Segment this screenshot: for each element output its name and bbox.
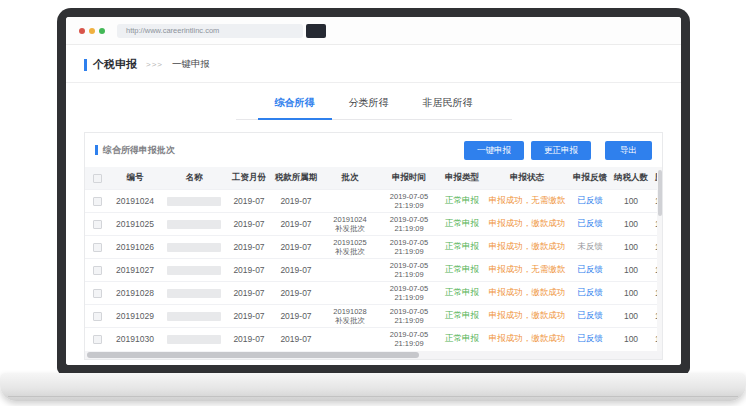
cell-declare-type: 正常申报: [439, 213, 485, 236]
cell-declare-time: 2019-07-0521:19:09: [379, 282, 439, 305]
cell-taxpayer-count: 100: [611, 236, 651, 259]
time-line: 2019-07-05: [381, 284, 437, 293]
cell-id: 20191028: [109, 282, 161, 305]
cell-declare-status: 申报成功，无需缴款: [485, 259, 569, 282]
page-content: 个税申报 >>> 一键申报 综合所得 分类所得 非居民所得 综合所得申报批次: [66, 45, 681, 365]
col-header-id: 编号: [109, 167, 161, 190]
cell-declare-type: 正常申报: [439, 328, 485, 351]
vertical-scrollbar[interactable]: [657, 167, 662, 351]
cell-salary-month: 2019-07: [227, 190, 271, 213]
url-bar[interactable]: http://www.careerintlinc.com: [117, 24, 303, 38]
col-header-declare-time: 申报时间: [379, 167, 439, 190]
cell-id: 20191026: [109, 236, 161, 259]
row-checkbox[interactable]: [93, 312, 102, 321]
laptop-base: [0, 373, 746, 401]
cell-salary-month: 2019-07: [227, 305, 271, 328]
vertical-scrollbar-thumb[interactable]: [658, 170, 662, 216]
row-checkbox[interactable]: [93, 220, 102, 229]
col-header-declare-status: 申报状态: [485, 167, 569, 190]
horizontal-scrollbar-thumb[interactable]: [87, 352, 419, 358]
time-line: 2019-07-05: [381, 192, 437, 201]
row-checkbox[interactable]: [93, 243, 102, 252]
select-all-checkbox[interactable]: [93, 174, 102, 183]
cell-batch: [321, 328, 379, 351]
cell-id: 20191024: [109, 190, 161, 213]
breadcrumb-separator: >>>: [146, 60, 163, 69]
cell-taxpayer-count: 100: [611, 213, 651, 236]
cell-batch: 20191024补发批次: [321, 213, 379, 236]
cell-tax-period: 2019-07: [271, 305, 321, 328]
traffic-light-zoom-button[interactable]: [99, 28, 105, 34]
tab-bar-inner: 综合所得 分类所得 非居民所得: [236, 87, 512, 120]
cell-feedback: 已反馈: [569, 259, 611, 282]
tab-bar: 综合所得 分类所得 非居民所得: [66, 87, 681, 120]
cell-tax-period: 2019-07: [271, 236, 321, 259]
cell-declare-type: 正常申报: [439, 236, 485, 259]
cell-tax-period: 2019-07: [271, 282, 321, 305]
cell-feedback: 已反馈: [569, 328, 611, 351]
browser-chrome: http://www.careerintlinc.com: [66, 17, 681, 45]
tab-nonresident-income[interactable]: 非居民所得: [406, 87, 490, 120]
cell-salary-month: 2019-07: [227, 213, 271, 236]
select-all-cell: [85, 167, 109, 190]
cell-declare-time: 2019-07-0521:19:09: [379, 259, 439, 282]
traffic-light-minimize-button[interactable]: [89, 28, 95, 34]
horizontal-scrollbar[interactable]: [85, 351, 662, 359]
time-line: 21:19:09: [381, 293, 437, 302]
col-header-salary-month: 工资月份: [227, 167, 271, 190]
laptop-bezel: http://www.careerintlinc.com 个税申报 >>> 一键…: [57, 8, 690, 374]
cell-feedback: 已反馈: [569, 282, 611, 305]
row-select-cell: [85, 236, 109, 259]
laptop-base-edge: [8, 396, 738, 397]
cell-declare-status: 申报成功，缴款成功: [485, 213, 569, 236]
stage: http://www.careerintlinc.com 个税申报 >>> 一键…: [0, 0, 746, 406]
cell-declare-type: 正常申报: [439, 305, 485, 328]
table-row: 20191027 2019-07 2019-07 2019-07-0521:19…: [85, 259, 662, 282]
row-select-cell: [85, 259, 109, 282]
page-header: 个税申报 >>> 一键申报: [66, 45, 681, 83]
correction-declare-button[interactable]: 更正申报: [531, 141, 591, 160]
time-line: 2019-07-05: [381, 215, 437, 224]
time-line: 21:19:09: [381, 270, 437, 279]
table-body: 20191024 2019-07 2019-07 2019-07-0521:19…: [85, 190, 662, 351]
batch-line: 补发批次: [323, 247, 377, 256]
cell-declare-time: 2019-07-0521:19:09: [379, 236, 439, 259]
redacted-name-placeholder: [167, 335, 221, 344]
row-checkbox[interactable]: [93, 197, 102, 206]
cell-batch: [321, 282, 379, 305]
row-checkbox[interactable]: [93, 266, 102, 275]
row-select-cell: [85, 328, 109, 351]
tab-comprehensive-income[interactable]: 综合所得: [258, 87, 332, 120]
one-click-declare-button[interactable]: 一键申报: [464, 141, 524, 160]
cell-declare-time: 2019-07-0521:19:09: [379, 305, 439, 328]
cell-feedback: 已反馈: [569, 213, 611, 236]
time-line: 21:19:09: [381, 201, 437, 210]
time-line: 2019-07-05: [381, 238, 437, 247]
browser-action-button[interactable]: [306, 24, 326, 38]
cell-declare-status: 申报成功，缴款成功: [485, 328, 569, 351]
batch-line: 补发批次: [323, 316, 377, 325]
redacted-name-placeholder: [167, 243, 221, 252]
row-select-cell: [85, 305, 109, 328]
panel-title: 综合所得申报批次: [103, 144, 175, 157]
batch-line: 20191025: [323, 238, 377, 247]
page-subtitle: 一键申报: [172, 58, 210, 71]
table-row: 20191024 2019-07 2019-07 2019-07-0521:19…: [85, 190, 662, 213]
cell-id: 20191027: [109, 259, 161, 282]
tab-classified-income[interactable]: 分类所得: [332, 87, 406, 120]
cell-tax-period: 2019-07: [271, 259, 321, 282]
cell-name: [161, 282, 227, 305]
row-select-cell: [85, 213, 109, 236]
row-checkbox[interactable]: [93, 289, 102, 298]
traffic-light-close-button[interactable]: [79, 28, 85, 34]
panel-header: 综合所得申报批次 一键申报 更正申报 导出: [85, 133, 662, 167]
cell-declare-time: 2019-07-0521:19:09: [379, 328, 439, 351]
header-row: 编号 名称 工资月份 税款所属期 批次 申报时间 申报类型 申报状态 申报反馈: [85, 167, 662, 190]
cell-tax-period: 2019-07: [271, 190, 321, 213]
redacted-name-placeholder: [167, 289, 221, 298]
cell-feedback: 已反馈: [569, 190, 611, 213]
panel-accent-bar: [95, 145, 98, 155]
export-button[interactable]: 导出: [605, 141, 652, 160]
row-checkbox[interactable]: [93, 335, 102, 344]
time-line: 2019-07-05: [381, 261, 437, 270]
